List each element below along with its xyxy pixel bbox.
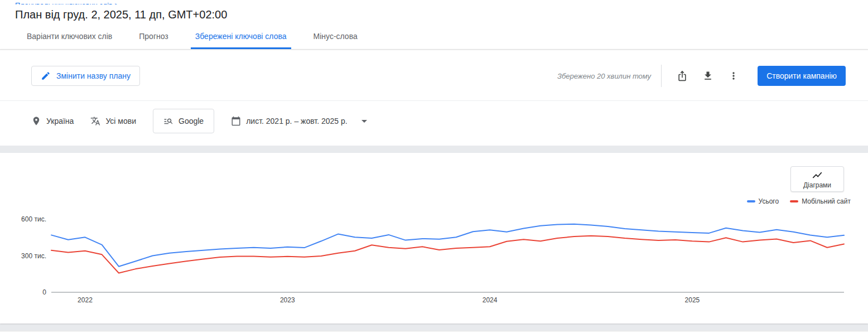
vertical-divider <box>661 65 662 87</box>
page-title: План від груд. 2, 2025, 11 дп, GMT+02:00 <box>15 7 868 22</box>
filter-row: Україна Усі мови Google лист. 2021 р. – … <box>0 100 868 146</box>
share-button[interactable] <box>669 65 695 87</box>
more-options-icon <box>728 70 739 81</box>
svg-text:2025: 2025 <box>685 296 700 304</box>
tab-keyword-ideas[interactable]: Варіанти ключових слів <box>22 31 117 49</box>
chart-card: Діаграми Усього Мобільний сайт 0300 тис.… <box>0 153 868 324</box>
download-button[interactable] <box>695 65 721 87</box>
legend-label-total: Усього <box>759 197 779 205</box>
more-options-button[interactable] <box>721 65 746 87</box>
rename-plan-label: Змінити назву плану <box>56 71 131 80</box>
toolbar-actions: Збережено 20 хвилин тому Створити кампан… <box>557 65 846 87</box>
legend-item-total: Усього <box>747 197 779 205</box>
breadcrumb: Планувальник ключових слів > <box>15 0 868 4</box>
chevron-down-icon <box>361 120 367 123</box>
chart-legend: Усього Мобільний сайт <box>747 197 851 205</box>
network-filter[interactable]: Google <box>153 109 214 133</box>
saved-status: Збережено 20 хвилин тому <box>557 72 651 80</box>
translate-icon <box>90 116 100 126</box>
share-icon <box>677 70 688 81</box>
breadcrumb-link[interactable]: Планувальник ключових слів > <box>15 1 119 4</box>
legend-label-mobile: Мобільний сайт <box>802 197 851 205</box>
toolbar-row: Змінити назву плану Збережено 20 хвилин … <box>0 49 868 100</box>
date-range-label: лист. 2021 р. – жовт. 2025 р. <box>246 117 348 126</box>
language-filter[interactable]: Усі мови <box>90 116 136 126</box>
svg-text:2024: 2024 <box>483 296 498 304</box>
network-filter-label: Google <box>179 117 204 126</box>
svg-text:600 тис.: 600 тис. <box>21 215 46 223</box>
tab-negative-keywords[interactable]: Мінус-слова <box>309 31 362 49</box>
tab-saved-keywords[interactable]: Збережені ключові слова <box>191 31 291 49</box>
pencil-icon <box>41 71 51 81</box>
charts-toggle-button[interactable]: Діаграми <box>790 166 844 192</box>
svg-text:2022: 2022 <box>78 296 93 304</box>
tab-forecast[interactable]: Прогноз <box>134 31 173 49</box>
traffic-line-chart: 0300 тис.600 тис.2022202320242025 <box>33 217 847 309</box>
legend-swatch-total <box>747 200 755 202</box>
section-gap <box>0 146 868 153</box>
tab-bar: Варіанти ключових слів Прогноз Збережені… <box>0 31 868 49</box>
svg-text:0: 0 <box>42 288 46 296</box>
location-filter[interactable]: Україна <box>31 116 74 126</box>
charts-button-label: Діаграми <box>803 181 831 189</box>
svg-text:2023: 2023 <box>280 296 295 304</box>
calendar-icon <box>231 116 241 126</box>
create-campaign-button[interactable]: Створити кампанію <box>758 66 846 86</box>
location-filter-label: Україна <box>46 117 74 126</box>
location-pin-icon <box>31 116 41 126</box>
language-filter-label: Усі мови <box>105 117 136 126</box>
legend-item-mobile: Мобільний сайт <box>790 197 851 205</box>
plan-toolbar-card: Змінити назву плану Збережено 20 хвилин … <box>0 49 868 146</box>
section-gap-bottom <box>0 324 868 331</box>
manage-search-icon <box>163 116 173 126</box>
next-section-edge <box>0 331 868 333</box>
download-icon <box>702 70 713 81</box>
page-header: Планувальник ключових слів > План від гр… <box>0 0 868 22</box>
svg-text:300 тис.: 300 тис. <box>21 252 46 260</box>
line-chart-icon <box>812 170 823 181</box>
rename-plan-button[interactable]: Змінити назву плану <box>31 66 140 86</box>
date-range-filter[interactable]: лист. 2021 р. – жовт. 2025 р. <box>231 116 367 126</box>
legend-swatch-mobile <box>790 200 798 202</box>
